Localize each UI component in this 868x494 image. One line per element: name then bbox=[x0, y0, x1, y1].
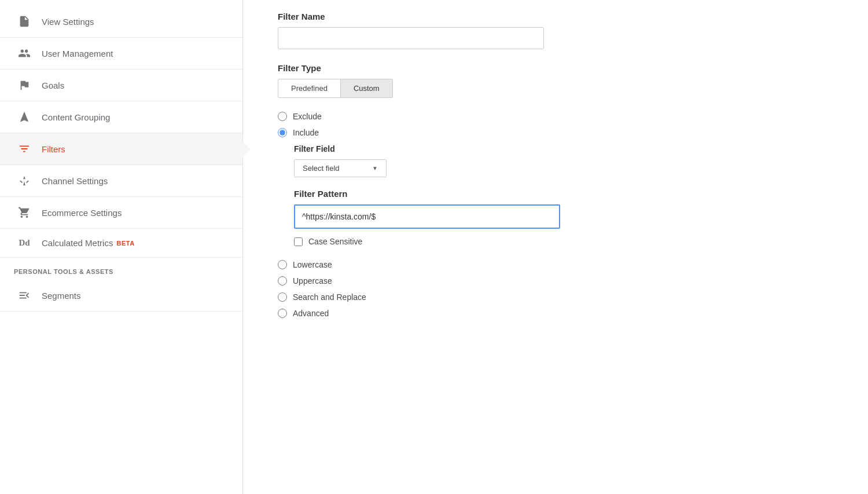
filter-type-section: Filter Type Predefined Custom bbox=[278, 63, 833, 98]
filter-field-label: Filter Field bbox=[294, 144, 833, 153]
sidebar-label-ecommerce-settings: Ecommerce Settings bbox=[42, 208, 122, 218]
lowercase-label: Lowercase bbox=[293, 260, 332, 269]
sidebar-item-ecommerce-settings[interactable]: Ecommerce Settings bbox=[0, 197, 242, 229]
filter-pattern-input[interactable] bbox=[294, 204, 560, 229]
sidebar-label-calculated-metrics: Calculated Metrics bbox=[42, 238, 113, 248]
search-replace-radio[interactable] bbox=[278, 292, 287, 302]
filter-name-section: Filter Name bbox=[278, 12, 833, 49]
advanced-option[interactable]: Advanced bbox=[278, 309, 833, 318]
filter-type-radio-group: Exclude Include Filter Field Select fiel… bbox=[278, 112, 833, 177]
filter-name-input[interactable] bbox=[278, 27, 544, 49]
sidebar-label-channel-settings: Channel Settings bbox=[42, 176, 108, 186]
chevron-down-icon: ▼ bbox=[372, 165, 378, 171]
include-option[interactable]: Include bbox=[278, 128, 833, 137]
select-field-value: Select field bbox=[303, 164, 340, 173]
sidebar-item-channel-settings[interactable]: Channel Settings bbox=[0, 165, 242, 197]
select-field-dropdown[interactable]: Select field ▼ bbox=[294, 159, 387, 177]
sidebar-label-content-grouping: Content Grouping bbox=[42, 112, 110, 122]
sidebar-label-goals: Goals bbox=[42, 80, 64, 90]
sidebar-item-calculated-metrics[interactable]: Dd Calculated Metrics BETA bbox=[0, 229, 242, 258]
uppercase-label: Uppercase bbox=[293, 276, 332, 286]
lowercase-option[interactable]: Lowercase bbox=[278, 260, 833, 269]
advanced-label: Advanced bbox=[293, 309, 329, 318]
sidebar-item-goals[interactable]: Goals bbox=[0, 69, 242, 101]
exclude-option[interactable]: Exclude bbox=[278, 112, 833, 121]
case-sensitive-checkbox[interactable] bbox=[294, 237, 303, 246]
filter-type-button-group: Predefined Custom bbox=[278, 79, 393, 98]
search-replace-label: Search and Replace bbox=[293, 292, 366, 302]
filter-field-section: Filter Field Select field ▼ bbox=[294, 144, 833, 177]
sidebar-item-segments[interactable]: Segments bbox=[0, 280, 242, 312]
advanced-radio[interactable] bbox=[278, 309, 287, 318]
case-sensitive-option[interactable]: Case Sensitive bbox=[294, 237, 833, 246]
ecommerce-icon bbox=[14, 206, 35, 219]
sidebar: View Settings User Management Goals Cont… bbox=[0, 0, 243, 494]
filter-name-label: Filter Name bbox=[278, 12, 833, 21]
exclude-label: Exclude bbox=[293, 112, 322, 121]
custom-button[interactable]: Custom bbox=[341, 79, 392, 97]
users-icon bbox=[14, 47, 35, 60]
lowercase-radio[interactable] bbox=[278, 260, 287, 269]
sidebar-label-view-settings: View Settings bbox=[42, 17, 94, 27]
calculated-metrics-icon: Dd bbox=[14, 238, 35, 248]
filter-type-label: Filter Type bbox=[278, 63, 833, 73]
filter-pattern-section: Filter Pattern Case Sensitive bbox=[294, 189, 833, 246]
filter-icon bbox=[14, 142, 35, 155]
sidebar-item-view-settings[interactable]: View Settings bbox=[0, 6, 242, 38]
sidebar-label-segments: Segments bbox=[42, 291, 81, 301]
sidebar-item-user-management[interactable]: User Management bbox=[0, 38, 242, 69]
channel-settings-icon bbox=[14, 174, 35, 187]
filter-mode-radio-group: Lowercase Uppercase Search and Replace A… bbox=[278, 260, 833, 318]
sidebar-label-filters: Filters bbox=[42, 144, 65, 154]
search-replace-option[interactable]: Search and Replace bbox=[278, 292, 833, 302]
active-arrow-indicator bbox=[242, 141, 251, 158]
predefined-button[interactable]: Predefined bbox=[278, 79, 341, 97]
include-radio[interactable] bbox=[278, 128, 287, 137]
main-content: Filter Name Filter Type Predefined Custo… bbox=[243, 0, 868, 494]
segments-icon bbox=[14, 289, 35, 302]
document-icon bbox=[14, 15, 35, 28]
filter-pattern-label: Filter Pattern bbox=[294, 189, 833, 199]
sidebar-label-user-management: User Management bbox=[42, 49, 113, 58]
sidebar-item-filters[interactable]: Filters bbox=[0, 133, 242, 165]
case-sensitive-label: Case Sensitive bbox=[308, 237, 362, 246]
uppercase-radio[interactable] bbox=[278, 276, 287, 286]
sidebar-item-content-grouping[interactable]: Content Grouping bbox=[0, 101, 242, 133]
include-label: Include bbox=[293, 128, 319, 137]
exclude-radio[interactable] bbox=[278, 112, 287, 121]
flag-icon bbox=[14, 79, 35, 92]
personal-tools-section-header: PERSONAL TOOLS & ASSETS bbox=[0, 258, 242, 280]
beta-badge: BETA bbox=[116, 240, 134, 247]
uppercase-option[interactable]: Uppercase bbox=[278, 276, 833, 286]
content-grouping-icon bbox=[14, 111, 35, 123]
